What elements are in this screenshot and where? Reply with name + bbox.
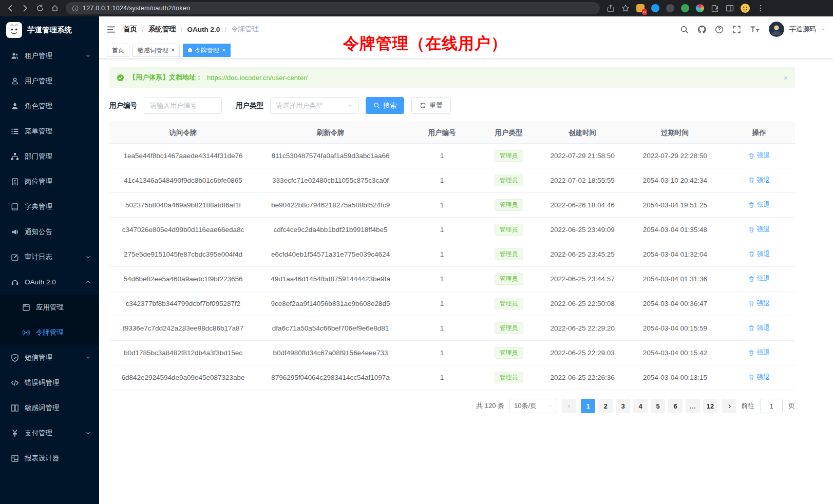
site-info-icon[interactable] xyxy=(72,5,79,12)
access-token-cell: 41c41346a548490f9dc8b01c6bfe0865 xyxy=(109,168,257,193)
tabs-bar: 首页敏感词管理×令牌管理× xyxy=(99,42,833,59)
sidebar-item-11[interactable]: 错误码管理 xyxy=(0,370,99,395)
sidebar-item-6[interactable]: 字典管理 xyxy=(0,194,99,219)
page-size-select[interactable]: 10条/页 xyxy=(509,399,557,413)
page-size-caret-icon xyxy=(547,403,552,409)
collapse-sidebar-icon[interactable] xyxy=(107,25,116,34)
close-tab-icon[interactable]: × xyxy=(222,47,225,53)
page-button-3[interactable]: 3 xyxy=(616,399,630,413)
goto-page-input[interactable] xyxy=(760,399,783,413)
breadcrumb-item: 令牌管理 xyxy=(231,25,259,34)
force-logout-label: 强退 xyxy=(756,200,770,209)
page-button-6[interactable]: 6 xyxy=(668,399,683,413)
extension-green-icon[interactable] xyxy=(681,4,689,12)
sidebar-subitem-0[interactable]: 应用管理 xyxy=(0,295,99,320)
refresh-token-cell: 811c530487574fa0af1a59d3abc1aa66 xyxy=(257,144,404,168)
browser-back-icon[interactable] xyxy=(6,4,14,12)
bookmark-star-icon[interactable] xyxy=(621,4,630,12)
sidebar-item-0[interactable]: 租户管理 xyxy=(0,43,99,68)
sidebar-item-1[interactable]: 用户管理 xyxy=(0,68,99,93)
user-type-badge: 管理员 xyxy=(495,199,523,211)
force-logout-button[interactable]: 强退 xyxy=(748,225,770,234)
force-logout-button[interactable]: 强退 xyxy=(748,249,770,259)
breadcrumb-item[interactable]: OAuth 2.0 xyxy=(187,26,220,33)
column-header: 用户类型 xyxy=(480,122,538,144)
github-icon[interactable] xyxy=(697,25,706,34)
sidebar-item-label: 用户管理 xyxy=(25,76,52,86)
breadcrumb-item[interactable]: 系统管理 xyxy=(148,25,176,34)
cell-text: 2054-03-04 00:15:59 xyxy=(643,324,707,332)
close-tab-icon[interactable]: × xyxy=(171,47,175,53)
font-size-icon[interactable] xyxy=(750,25,760,34)
sidebar-item-4[interactable]: 部门管理 xyxy=(0,144,99,169)
share-icon[interactable] xyxy=(607,4,615,12)
extensions-puzzle-icon[interactable] xyxy=(711,4,719,12)
sidebar-item-7[interactable]: 通知公告 xyxy=(0,219,99,244)
cell-text: 2022-06-25 23:44:57 xyxy=(550,275,614,283)
help-icon[interactable] xyxy=(715,25,724,34)
page-button-2[interactable]: 2 xyxy=(598,399,613,413)
column-header: 创建时间 xyxy=(538,122,627,144)
force-logout-button[interactable]: 强退 xyxy=(748,274,770,283)
page-button-…[interactable]: … xyxy=(686,399,700,413)
force-logout-button[interactable]: 强退 xyxy=(748,323,770,333)
user-id-cell: 1 xyxy=(404,365,480,390)
sidebar-item-8[interactable]: 审计日志 xyxy=(0,244,99,269)
sidebar-item-12[interactable]: 敏感词管理 xyxy=(0,395,99,420)
browser-menu-icon[interactable] xyxy=(756,4,765,12)
force-logout-button[interactable]: 强退 xyxy=(748,299,770,308)
sidebar-item-label: 敏感词管理 xyxy=(25,403,60,413)
doc-link[interactable]: https://doc.iocoder.cn/user-center/ xyxy=(207,74,308,82)
search-icon[interactable] xyxy=(680,25,689,34)
fullscreen-icon[interactable] xyxy=(732,25,741,34)
user-menu-caret-icon[interactable] xyxy=(820,27,825,32)
sidebar-item-10[interactable]: 短信管理 xyxy=(0,345,99,370)
app-logo-row[interactable]: 芋道管理系统 xyxy=(0,16,99,43)
browser-profile-avatar[interactable] xyxy=(741,4,750,13)
force-logout-button[interactable]: 强退 xyxy=(748,373,770,382)
sidebar-item-9[interactable]: OAuth 2.0 xyxy=(0,269,99,295)
extension-dark-icon[interactable] xyxy=(666,4,674,12)
force-logout-button[interactable]: 强退 xyxy=(748,176,770,185)
user-name[interactable]: 芋道源码 xyxy=(789,25,816,34)
extension-grid-icon[interactable]: 0 xyxy=(636,4,645,12)
breadcrumb-item[interactable]: 首页 xyxy=(123,25,137,34)
search-button[interactable]: 搜索 xyxy=(366,97,404,114)
next-page-button[interactable] xyxy=(722,399,736,413)
tab-2[interactable]: 令牌管理× xyxy=(183,44,231,57)
user-id-input[interactable] xyxy=(144,97,222,114)
side-panel-icon[interactable] xyxy=(726,4,734,12)
force-logout-button[interactable]: 强退 xyxy=(748,151,770,160)
reset-button[interactable]: 重置 xyxy=(411,97,451,114)
sidebar-item-14[interactable]: 报表设计器 xyxy=(0,445,99,471)
extension-slack-icon[interactable] xyxy=(696,4,704,12)
force-logout-label: 强退 xyxy=(756,299,770,308)
tab-0[interactable]: 首页 xyxy=(107,44,129,57)
sidebar-item-label: 错误码管理 xyxy=(25,378,60,387)
cell-text: 2022-06-25 22:29:20 xyxy=(550,324,614,332)
sidebar-item-13[interactable]: 支付管理 xyxy=(0,420,99,445)
browser-reload-icon[interactable] xyxy=(36,4,44,12)
page-button-1[interactable]: 1 xyxy=(581,399,595,413)
page-button-5[interactable]: 5 xyxy=(651,399,665,413)
sidebar-item-3[interactable]: 菜单管理 xyxy=(0,119,99,144)
refresh-token-cell: dfa6c71a50a54c66bef706ef9e6e8d81 xyxy=(257,316,404,341)
user-type-select[interactable]: 请选择用户类型 xyxy=(270,97,358,114)
force-logout-button[interactable]: 强退 xyxy=(748,348,770,357)
sidebar-subitem-1[interactable]: 令牌管理 xyxy=(0,320,99,345)
browser-home-icon[interactable] xyxy=(51,4,59,12)
prev-page-button[interactable] xyxy=(562,399,576,413)
user-type-badge: 管理员 xyxy=(495,150,523,162)
url-bar[interactable]: 127.0.0.1:1024/system/oauth2/token xyxy=(66,2,600,14)
user-avatar[interactable] xyxy=(769,22,784,37)
tab-1[interactable]: 敏感词管理× xyxy=(132,44,180,57)
sidebar-item-5[interactable]: 岗位管理 xyxy=(0,169,99,194)
sidebar-item-2[interactable]: 角色管理 xyxy=(0,93,99,119)
alert-close-icon[interactable]: × xyxy=(783,73,788,82)
extension-blue-icon[interactable] xyxy=(651,4,659,12)
browser-forward-icon[interactable] xyxy=(21,4,29,12)
force-logout-button[interactable]: 强退 xyxy=(748,200,770,209)
page-button-12[interactable]: 12 xyxy=(703,399,717,413)
page-button-4[interactable]: 4 xyxy=(633,399,648,413)
total-count: 共 120 条 xyxy=(476,401,504,411)
